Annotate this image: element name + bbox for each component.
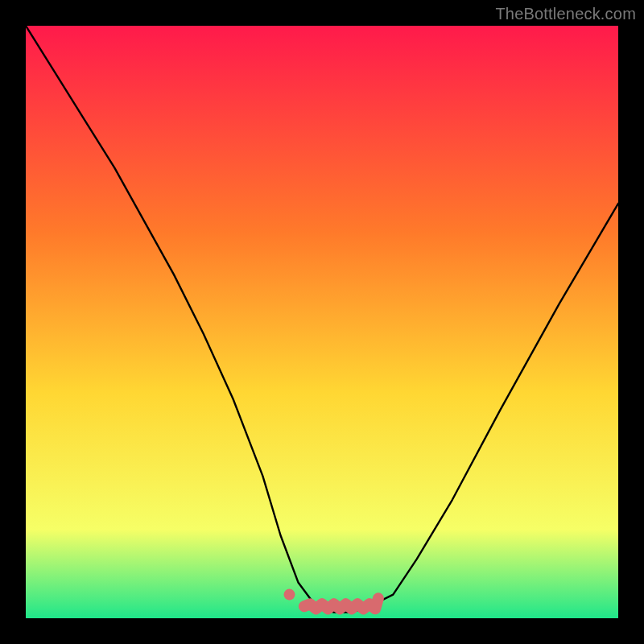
watermark-text: TheBottleneck.com	[495, 5, 636, 23]
plot-area	[26, 26, 618, 618]
outer-frame: TheBottleneck.com	[0, 0, 644, 644]
curve-layer	[26, 26, 618, 618]
left-isolated-dot	[284, 589, 295, 601]
flat-valley-marker	[304, 598, 378, 609]
bottleneck-curve	[26, 26, 618, 613]
